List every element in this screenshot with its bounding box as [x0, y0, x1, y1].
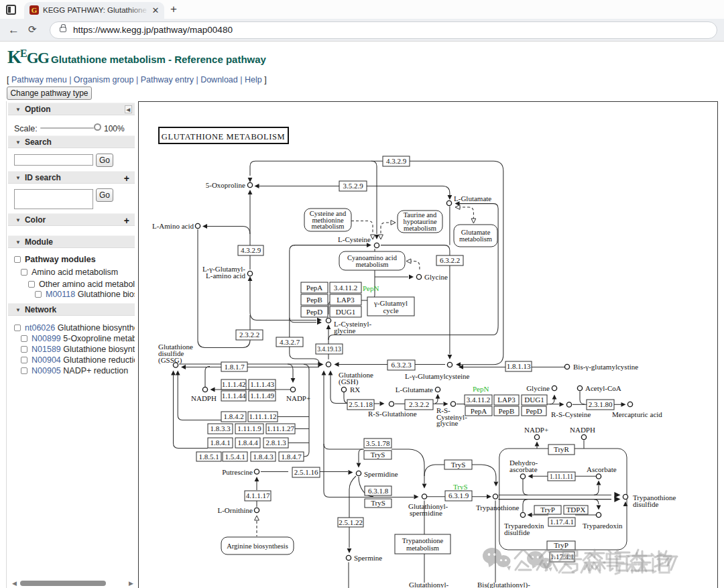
- svg-text:TDPX: TDPX: [566, 506, 586, 514]
- svg-text:Trypanothione: Trypanothione: [476, 504, 519, 512]
- svg-text:metabolism: metabolism: [404, 225, 436, 232]
- svg-text:1.11.1.11: 1.11.1.11: [550, 473, 573, 480]
- svg-text:spermidine: spermidine: [410, 509, 442, 517]
- svg-text:Bis-γ-glutamylcystine: Bis-γ-glutamylcystine: [573, 363, 638, 371]
- svg-text:TryP: TryP: [554, 541, 568, 549]
- svg-text:1.1.1.44: 1.1.1.44: [222, 392, 246, 400]
- svg-text:metabolism: metabolism: [406, 544, 439, 552]
- svg-text:PepN: PepN: [473, 385, 489, 393]
- svg-text:(GSSG): (GSSG): [158, 356, 182, 365]
- svg-text:LAP3: LAP3: [497, 396, 516, 404]
- svg-text:3.4.19.13: 3.4.19.13: [317, 346, 341, 353]
- svg-text:L-Glutamate: L-Glutamate: [396, 386, 433, 394]
- svg-text:Putrescine: Putrescine: [222, 468, 253, 476]
- svg-text:3.4.11.2: 3.4.11.2: [334, 284, 357, 292]
- svg-text:TryS: TryS: [371, 499, 385, 507]
- svg-text:1.8.1.13: 1.8.1.13: [507, 362, 531, 370]
- svg-text:metabolism: metabolism: [356, 261, 389, 268]
- svg-text:Bis(glutathionyl)-: Bis(glutathionyl)-: [477, 581, 530, 588]
- svg-text:TryR: TryR: [554, 445, 569, 453]
- svg-text:NADPH: NADPH: [570, 426, 595, 434]
- svg-text:Spermidine: Spermidine: [364, 470, 398, 478]
- svg-text:1.8.4.2: 1.8.4.2: [223, 412, 243, 420]
- svg-text:LAP3: LAP3: [337, 296, 355, 304]
- svg-text:Spermine: Spermine: [354, 554, 382, 562]
- svg-text:R-S-Glutathione: R-S-Glutathione: [368, 410, 417, 418]
- svg-text:PepA: PepA: [471, 407, 487, 415]
- svg-text:2.3.2.2: 2.3.2.2: [239, 331, 259, 339]
- svg-text:1.1.1.49: 1.1.1.49: [250, 392, 274, 400]
- svg-text:Tryparedoxin: Tryparedoxin: [583, 522, 623, 530]
- svg-text:Glycine: Glycine: [526, 384, 550, 392]
- svg-text:disulfide: disulfide: [633, 500, 659, 508]
- svg-text:5-Oxoproline: 5-Oxoproline: [206, 181, 245, 189]
- svg-text:Acetyl-CoA: Acetyl-CoA: [585, 384, 621, 392]
- svg-text:6.3.2.3: 6.3.2.3: [391, 361, 412, 369]
- svg-text:NADPH: NADPH: [191, 394, 217, 402]
- svg-text:Glutathionyl-: Glutathionyl-: [409, 581, 449, 588]
- svg-text:glycine: glycine: [334, 327, 355, 335]
- svg-text:TryS: TryS: [371, 451, 385, 459]
- svg-text:DUG1: DUG1: [336, 308, 355, 316]
- svg-text:L-Ornithine: L-Ornithine: [217, 506, 253, 514]
- svg-text:1.11.1.9: 1.11.1.9: [237, 424, 261, 432]
- svg-text:1.5.4.1: 1.5.4.1: [225, 453, 245, 461]
- svg-text:PepA: PepA: [306, 284, 323, 292]
- svg-text:PepN: PepN: [363, 284, 379, 292]
- svg-text:GLUTATHIONE METABOLISM: GLUTATHIONE METABOLISM: [162, 132, 285, 141]
- svg-text:2.3.1.80: 2.3.1.80: [589, 400, 613, 408]
- svg-text:L-Cysteine: L-Cysteine: [338, 235, 371, 243]
- svg-text:2.8.1.3: 2.8.1.3: [265, 438, 286, 447]
- svg-text:2.5.1.22: 2.5.1.22: [339, 518, 363, 526]
- svg-text:Ascorbate: Ascorbate: [587, 465, 617, 473]
- svg-text:L-amino acid: L-amino acid: [206, 272, 245, 280]
- svg-text:ascorbate: ascorbate: [509, 465, 538, 473]
- svg-text:1.11.1.27: 1.11.1.27: [267, 424, 294, 432]
- svg-text:TryP: TryP: [540, 506, 555, 514]
- svg-text:cycle: cycle: [383, 306, 398, 314]
- svg-text:4.3.2.7: 4.3.2.7: [280, 338, 300, 346]
- svg-text:PepB: PepB: [306, 296, 322, 304]
- svg-text:1.8.4.7: 1.8.4.7: [281, 453, 302, 461]
- svg-text:2.5.1.16: 2.5.1.16: [294, 468, 318, 476]
- svg-text:R-S-Cysteine: R-S-Cysteine: [551, 410, 591, 418]
- svg-text:Glycine: Glycine: [424, 273, 448, 281]
- svg-text:6.3.1.9: 6.3.1.9: [448, 491, 469, 499]
- svg-text:4.3.2.9: 4.3.2.9: [386, 157, 407, 165]
- svg-text:2.5.1.18: 2.5.1.18: [349, 400, 373, 408]
- svg-text:metabolism: metabolism: [312, 223, 345, 230]
- svg-text:NADP+: NADP+: [524, 426, 548, 434]
- svg-text:DUG1: DUG1: [524, 396, 544, 404]
- svg-text:Trypanothione: Trypanothione: [402, 537, 444, 544]
- svg-text:1.8.4.3: 1.8.4.3: [253, 453, 274, 461]
- svg-text:3.4.11.2: 3.4.11.2: [467, 396, 490, 404]
- svg-text:3.5.1.78: 3.5.1.78: [366, 439, 390, 447]
- svg-text:TryS: TryS: [453, 483, 468, 491]
- svg-text:1.17.4.1: 1.17.4.1: [550, 518, 574, 526]
- svg-text:6.3.2.2: 6.3.2.2: [440, 256, 460, 264]
- svg-text:PepB: PepB: [499, 407, 515, 415]
- svg-text:1.8.1.7: 1.8.1.7: [224, 363, 245, 371]
- svg-text:2.3.2.2: 2.3.2.2: [409, 400, 429, 408]
- svg-text:PepD: PepD: [306, 308, 323, 316]
- svg-text:1.8.4.4: 1.8.4.4: [237, 438, 258, 447]
- svg-text:Mercapturic acid: Mercapturic acid: [612, 410, 662, 418]
- svg-text:Arginine biosynthesis: Arginine biosynthesis: [227, 542, 288, 550]
- svg-text:metabolism: metabolism: [459, 235, 492, 243]
- svg-text:4.1.1.17: 4.1.1.17: [246, 491, 270, 499]
- svg-text:PepD: PepD: [526, 407, 542, 415]
- svg-text:1.1.1.42: 1.1.1.42: [222, 380, 246, 388]
- svg-text:1.1.1.43: 1.1.1.43: [250, 380, 274, 388]
- svg-text:L-γ-Glutamylcysteine: L-γ-Glutamylcysteine: [405, 372, 470, 380]
- svg-text:3.5.2.9: 3.5.2.9: [343, 182, 363, 190]
- svg-text:1.17.4.1: 1.17.4.1: [550, 552, 575, 561]
- svg-text:1.8.5.1: 1.8.5.1: [198, 453, 219, 461]
- svg-text:NADP+: NADP+: [286, 394, 310, 402]
- svg-text:disulfide: disulfide: [504, 528, 530, 536]
- svg-text:RX: RX: [350, 386, 360, 394]
- svg-text:1.8.3.3: 1.8.3.3: [210, 424, 231, 432]
- svg-text:1.8.4.1: 1.8.4.1: [210, 438, 230, 447]
- svg-text:glycine: glycine: [436, 419, 458, 427]
- svg-text:TryS: TryS: [451, 461, 466, 469]
- svg-text:6.3.1.8: 6.3.1.8: [368, 487, 389, 495]
